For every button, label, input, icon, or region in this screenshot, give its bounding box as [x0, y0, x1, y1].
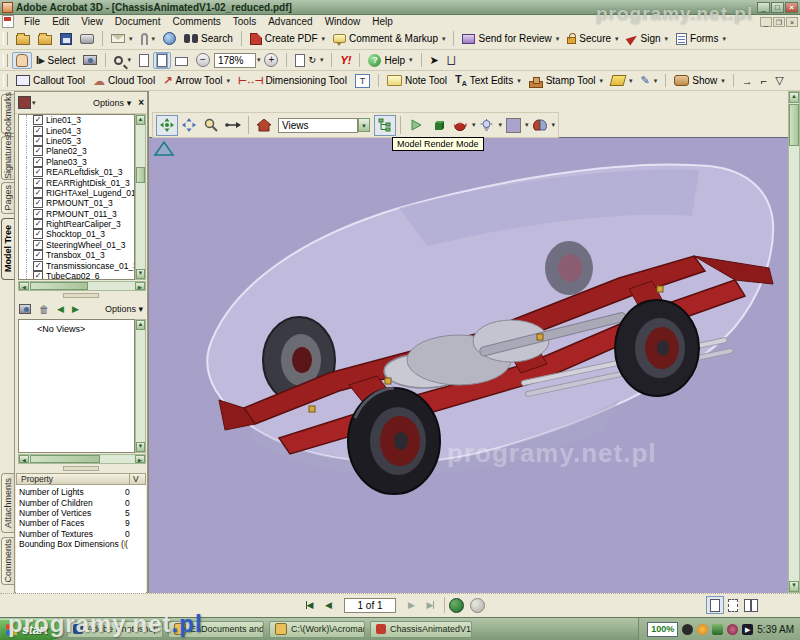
text-edits-button[interactable]: TAText Edits▾	[451, 71, 525, 89]
views-scrollbar[interactable]: ▲ ▼	[135, 319, 146, 453]
checkbox-checked-icon[interactable]	[33, 146, 43, 156]
checkbox-checked-icon[interactable]	[33, 188, 43, 198]
volume-icon[interactable]	[682, 624, 693, 635]
attach-button[interactable]: ▾	[137, 31, 160, 47]
email-button[interactable]: ▾	[107, 32, 137, 45]
value-column-header[interactable]: V	[130, 474, 139, 484]
doc-restore-button[interactable]: ❐	[773, 17, 785, 27]
play-animation-button[interactable]	[405, 115, 427, 136]
tree-scrollbar[interactable]: ▲ ▼	[135, 114, 146, 280]
tree-item[interactable]: Shocktop_01_3	[19, 229, 134, 239]
tree-item[interactable]: Line05_3	[19, 136, 134, 146]
panel-splitter[interactable]	[63, 293, 99, 298]
tree-item[interactable]: RPMOUNT_01_3	[19, 198, 134, 208]
last-page-button[interactable]: ▶	[421, 597, 440, 614]
start-button[interactable]: start	[0, 619, 62, 640]
rotate-pages-button[interactable]: ↻▾	[291, 52, 327, 69]
chevron-down-icon[interactable]: ▾	[552, 121, 556, 129]
minimize-button[interactable]: _	[757, 2, 770, 13]
close-button[interactable]: ×	[785, 2, 798, 13]
select-object-tool-button[interactable]: ➤	[426, 52, 443, 69]
scroll-up-icon[interactable]: ▲	[136, 115, 145, 125]
tree-item[interactable]: RIGHTAxel_Lugend_01_	[19, 188, 134, 198]
checkbox-checked-icon[interactable]	[33, 167, 43, 177]
scroll-right-icon[interactable]: ▶	[135, 455, 145, 463]
zoom-tool-button[interactable]: ▾	[110, 54, 135, 67]
pencil-tool-button[interactable]: ✎▾	[637, 72, 662, 89]
views-options-button[interactable]: Options ▾	[105, 304, 143, 314]
menu-view[interactable]: View	[75, 15, 109, 28]
sign-button[interactable]: Sign▾	[623, 31, 673, 46]
tab-pages[interactable]: Pages	[1, 182, 14, 214]
measure-3d-tool-button[interactable]	[222, 115, 244, 136]
tree-item[interactable]: Plane03_3	[19, 157, 134, 167]
zoom-in-button[interactable]: +	[260, 51, 282, 69]
tree-item[interactable]: Line04_3	[19, 125, 134, 135]
menu-advanced[interactable]: Advanced	[262, 15, 318, 28]
highlighter-tool-button[interactable]: ▾	[607, 73, 637, 88]
open-button[interactable]	[12, 30, 34, 47]
forms-button[interactable]: Forms▾	[672, 31, 730, 47]
checkbox-checked-icon[interactable]	[33, 126, 43, 136]
use-3d-tool-button[interactable]	[427, 115, 449, 136]
previous-view-button[interactable]	[449, 598, 464, 613]
scroll-left-icon[interactable]: ◀	[19, 455, 29, 463]
background-color-button[interactable]	[502, 115, 524, 136]
organizer-button[interactable]	[34, 30, 56, 47]
show-button[interactable]: Show▾	[670, 73, 729, 88]
tab-comments[interactable]: Comments	[1, 537, 14, 585]
toolbar-grip[interactable]	[3, 32, 8, 45]
select-tool-button[interactable]: I▸Select	[32, 52, 79, 69]
checkbox-checked-icon[interactable]	[33, 250, 43, 260]
send-for-review-button[interactable]: Send for Review▾	[458, 31, 563, 46]
default-view-button[interactable]	[253, 115, 275, 136]
polygon-tool-button[interactable]: ▽	[771, 72, 787, 89]
views-hscrollbar[interactable]: ◀ ▶	[18, 454, 146, 464]
maximize-button[interactable]: □	[771, 2, 784, 13]
continuous-layout-button[interactable]	[724, 596, 742, 614]
fit-width-button[interactable]	[171, 52, 192, 68]
scroll-right-icon[interactable]: ▶	[135, 282, 145, 290]
tray-app-icon[interactable]	[697, 624, 708, 635]
panel-splitter[interactable]	[63, 466, 99, 471]
toolbar-grip[interactable]	[3, 74, 8, 87]
delete-view-icon[interactable]: 🗑	[39, 304, 49, 315]
part-color-swatch[interactable]	[18, 96, 31, 109]
taskbar-task-explorer-1[interactable]: E:\Documents and Se...	[168, 621, 264, 638]
create-pdf-button[interactable]: Create PDF▾	[246, 31, 329, 47]
taskbar-task-photoshop[interactable]: Adobe Photoshop	[67, 621, 163, 638]
menu-file[interactable]: File	[18, 15, 46, 28]
stamp-tool-button[interactable]: Stamp Tool▾	[525, 72, 607, 90]
next-page-button[interactable]: ▶	[402, 597, 421, 614]
single-page-layout-button[interactable]	[706, 596, 724, 614]
print-button[interactable]	[76, 32, 98, 46]
checkbox-checked-icon[interactable]	[33, 229, 43, 239]
tab-bookmarks[interactable]: Bookmarks	[1, 94, 14, 134]
taskbar-task-explorer-2[interactable]: C:\(Work)\Acroman\Ac...	[269, 621, 365, 638]
tree-item[interactable]: RightRearCaliper_3	[19, 219, 134, 229]
comment-markup-button[interactable]: Comment & Markup▾	[329, 31, 449, 46]
cross-section-button[interactable]	[529, 115, 551, 136]
model-tree-options-button[interactable]: Options ▾	[93, 98, 131, 108]
scroll-left-icon[interactable]: ◀	[19, 282, 29, 290]
doc-minimize-button[interactable]: _	[760, 17, 772, 27]
tree-item[interactable]: Line01_3	[19, 115, 134, 125]
secure-button[interactable]: Secure▾	[563, 31, 622, 46]
checkbox-checked-icon[interactable]	[33, 157, 43, 167]
tree-item[interactable]: Plane02_3	[19, 146, 134, 156]
help-button[interactable]: ?Help▾	[364, 52, 416, 69]
line-tool-button[interactable]: →	[738, 73, 757, 89]
scroll-down-icon[interactable]: ▼	[789, 581, 799, 592]
scrollbar-thumb[interactable]	[136, 167, 145, 183]
dimensioning-tool-button[interactable]: ⊢↔⊣Dimensioning Tool	[234, 73, 351, 88]
views-select[interactable]: Views	[278, 118, 358, 133]
web-capture-button[interactable]	[159, 30, 180, 47]
tree-item[interactable]: Transbox_01_3	[19, 250, 134, 260]
new-view-icon[interactable]	[19, 304, 31, 314]
render-mode-button[interactable]	[449, 115, 471, 136]
menu-comments[interactable]: Comments	[166, 15, 226, 28]
zoom-out-button[interactable]: −	[192, 51, 214, 69]
menu-window[interactable]: Window	[319, 15, 367, 28]
taskbar-task-acrobat[interactable]: ChassisAnimatedV1-0...	[370, 621, 472, 638]
search-button[interactable]: Search	[180, 31, 237, 46]
